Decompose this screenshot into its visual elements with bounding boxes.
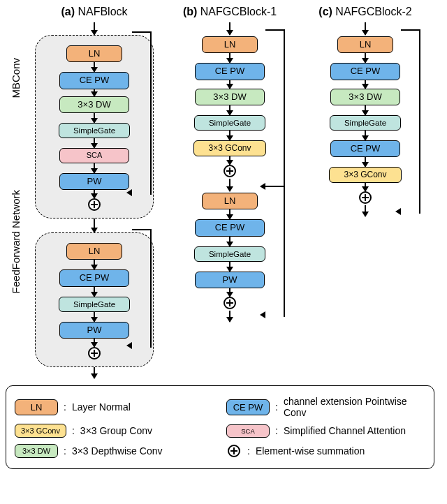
block-ln: LN: [66, 45, 122, 62]
legend-row-cepw: CE PW : channel extension Pointwise Conv: [226, 396, 425, 418]
legend-text: channel extension Pointwise Conv: [284, 396, 425, 418]
block-gconv: 3×3 GConv: [329, 167, 402, 183]
swatch-cepw: CE PW: [226, 399, 270, 415]
figure: MBConv FeedForward Network (a) NAFBlock …: [6, 6, 441, 378]
swatch-ln: LN: [15, 399, 58, 415]
legend-text: 3×3 Group Conv: [80, 425, 152, 436]
arrow: [94, 163, 95, 173]
arrow: [229, 209, 230, 219]
arrow: [229, 237, 230, 246]
arrow: [365, 131, 366, 140]
arrow: [94, 339, 95, 347]
block-pw: PW: [59, 322, 129, 339]
arrow: [365, 157, 366, 167]
swatch-gconv: 3×3 GConv: [15, 424, 66, 438]
group-mbconv: LN CE PW 3×3 DW SimpleGate SCA PW: [35, 35, 154, 218]
skip-c: [401, 29, 420, 214]
arrow: [94, 113, 95, 123]
skip-b1: [265, 29, 285, 188]
block-pw: PW: [195, 272, 265, 288]
legend-text: 3×3 Depthwise Conv: [72, 445, 163, 457]
skip-b2: [265, 186, 285, 317]
legend-row-sca: SCA : Simplified Channel Attention: [226, 424, 425, 438]
arrow: [229, 288, 230, 297]
legend-row-ln: LN : Layer Normal: [15, 396, 214, 418]
group-ffn: LN CE PW SimpleGate PW: [35, 232, 154, 367]
arrow-in-b: [229, 22, 230, 35]
arrow-out-a: [94, 367, 95, 378]
block-cepw: CE PW: [195, 63, 265, 80]
sum-icon: [224, 297, 236, 309]
label-mbconv: MBConv: [10, 58, 22, 98]
legend-row-dw: 3×3 DW : 3×3 Depthwise Conv: [15, 443, 214, 459]
arrow: [365, 53, 366, 63]
block-cepw: CE PW: [59, 269, 129, 286]
arrow: [94, 138, 95, 148]
skip-mbconv: [132, 31, 152, 195]
b-upper: LN CE PW 3×3 DW SimpleGate 3×3 GConv: [170, 35, 289, 179]
sum-icon: [226, 443, 242, 459]
block-simplegate: SimpleGate: [194, 246, 265, 262]
arrow: [365, 80, 366, 89]
arrow: [229, 80, 230, 89]
title-b: (b) NAFGCBlock-1: [183, 6, 277, 18]
arrow: [229, 156, 230, 165]
arrow: [229, 53, 230, 63]
column-a: (a) NAFBlock LN CE PW 3×3 DW SimpleGate …: [28, 6, 161, 378]
block-ln: LN: [202, 36, 258, 53]
arrow: [365, 183, 366, 191]
block-simplegate: SimpleGate: [59, 297, 130, 312]
block-ln: LN: [337, 36, 393, 53]
swatch-dw: 3×3 DW: [15, 444, 58, 458]
sum-icon: [359, 191, 372, 204]
arrow: [94, 89, 95, 96]
arrow-out-b: [229, 311, 230, 322]
arrow: [229, 131, 230, 140]
side-labels: MBConv FeedForward Network: [6, 6, 25, 311]
block-gconv: 3×3 GConv: [193, 140, 266, 156]
sum-icon: [88, 198, 101, 211]
block-cepw: CE PW: [330, 140, 400, 157]
block-cepw: CE PW: [195, 219, 265, 236]
legend-text: Simplified Channel Attention: [284, 425, 406, 436]
block-sca: SCA: [59, 148, 129, 163]
arrow: [229, 262, 230, 272]
arrow-in-c: [365, 22, 366, 35]
block-simplegate: SimpleGate: [59, 123, 130, 138]
legend-text: Layer Normal: [72, 401, 131, 413]
block-dw: 3×3 DW: [59, 96, 129, 113]
swatch-sca: SCA: [226, 424, 270, 438]
title-a: (a) NAFBlock: [61, 6, 127, 18]
legend-text: Element-wise summation: [256, 445, 365, 457]
column-b: (b) NAFGCBlock-1 LN CE PW 3×3 DW SimpleG…: [163, 6, 296, 322]
arrow: [94, 312, 95, 322]
arrow: [365, 105, 366, 115]
block-ln: LN: [202, 193, 258, 209]
block-cepw: CE PW: [59, 72, 129, 89]
block-simplegate: SimpleGate: [330, 115, 401, 131]
b-lower: LN CE PW SimpleGate PW: [170, 191, 289, 311]
legend-row-sum: : Element-wise summation: [226, 443, 425, 459]
arrow: [94, 260, 95, 269]
arrow-mid-b: [229, 179, 230, 191]
arrow: [94, 190, 95, 198]
block-cepw: CE PW: [330, 63, 400, 80]
c-stack: LN CE PW 3×3 DW SimpleGate CE PW 3×3 GCo…: [306, 35, 425, 205]
label-ffn: FeedForward Network: [10, 190, 22, 293]
legend-row-gconv: 3×3 GConv : 3×3 Group Conv: [15, 424, 214, 438]
block-dw: 3×3 DW: [195, 89, 265, 105]
title-c: (c) NAFGCBlock-2: [318, 6, 411, 18]
column-c: (c) NAFGCBlock-2 LN CE PW 3×3 DW SimpleG…: [299, 6, 432, 216]
arrow-mid-a: [94, 218, 95, 232]
skip-ffn: [132, 229, 152, 348]
arrow: [229, 105, 230, 115]
block-dw: 3×3 DW: [330, 89, 400, 105]
sum-icon: [88, 347, 101, 360]
block-ln: LN: [66, 243, 122, 260]
block-simplegate: SimpleGate: [194, 115, 265, 131]
legend: LN : Layer Normal CE PW : channel extens…: [6, 385, 434, 469]
arrow: [94, 287, 95, 297]
block-pw: PW: [59, 173, 129, 190]
arrow: [94, 62, 95, 72]
arrow-out-c: [365, 205, 366, 216]
